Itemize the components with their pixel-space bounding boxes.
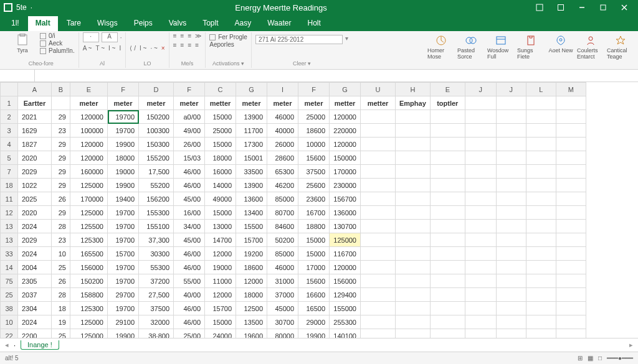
cell[interactable]: 46/00 [174, 247, 205, 261]
cell[interactable]: 80000 [267, 329, 298, 338]
cell[interactable] [396, 179, 431, 192]
cell[interactable] [526, 329, 556, 338]
cell[interactable]: 155200 [139, 151, 174, 165]
cell[interactable]: 19700 [108, 302, 139, 315]
cell[interactable]: 24000 [205, 329, 236, 338]
cell[interactable]: 29000 [298, 315, 330, 329]
cell[interactable]: 19900 [298, 329, 330, 338]
cell[interactable]: 19700 [108, 206, 139, 220]
cell[interactable] [496, 302, 526, 315]
align-1[interactable]: ≡ [181, 32, 184, 39]
header-cell[interactable]: meter [174, 96, 205, 110]
cell[interactable]: 85000 [267, 247, 298, 261]
cell[interactable]: 18600 [298, 124, 330, 138]
align-b2[interactable]: ≡ [188, 42, 191, 49]
cell[interactable] [526, 315, 556, 329]
cell[interactable]: 155100 [139, 220, 174, 233]
cell[interactable]: 46000 [267, 110, 298, 124]
cell[interactable]: 37000 [267, 288, 298, 302]
cell[interactable] [430, 220, 465, 233]
column-header[interactable]: F [108, 83, 139, 96]
cell[interactable] [496, 192, 526, 206]
cell[interactable] [396, 233, 431, 247]
cell[interactable]: 120000 [70, 138, 108, 151]
cell[interactable]: 125000 [70, 179, 108, 192]
cell[interactable] [556, 220, 586, 233]
font-opt-1[interactable]: T ~ [95, 45, 105, 52]
cell[interactable] [465, 151, 496, 165]
cell[interactable]: 30700 [267, 315, 298, 329]
cell[interactable] [496, 274, 526, 288]
cell[interactable]: 12000 [236, 274, 267, 288]
cell[interactable] [396, 288, 431, 302]
row-header[interactable]: 5 [1, 151, 18, 165]
cell[interactable]: 2200 [18, 329, 52, 338]
cell[interactable] [496, 247, 526, 261]
view-normal-icon[interactable]: ⊞ [578, 355, 583, 362]
cell[interactable] [526, 110, 556, 124]
fmt2-0[interactable]: ⟨ / [130, 45, 136, 52]
column-header[interactable]: E [430, 83, 465, 96]
cell[interactable]: 156200 [139, 192, 174, 206]
cell[interactable]: 158800 [70, 288, 108, 302]
cell[interactable] [556, 110, 586, 124]
cell[interactable] [430, 179, 465, 192]
cell[interactable] [526, 220, 556, 233]
reference-box[interactable]: 271 Ai 225·2012 [255, 35, 343, 44]
cell[interactable]: 23 [52, 233, 70, 247]
cell[interactable] [465, 192, 496, 206]
cell[interactable]: 15000 [298, 247, 330, 261]
cell[interactable]: 49000 [205, 192, 236, 206]
cell[interactable]: 125000 [70, 206, 108, 220]
window-minimize2-icon[interactable] [572, 0, 592, 15]
cell[interactable]: 37200 [139, 274, 174, 288]
cell[interactable]: 19 [52, 315, 70, 329]
cell[interactable] [430, 315, 465, 329]
cell[interactable]: 29 [52, 179, 70, 192]
cell[interactable] [526, 151, 556, 165]
cell[interactable] [361, 165, 396, 179]
cell[interactable] [396, 165, 431, 179]
cell[interactable] [361, 233, 396, 247]
align-b3[interactable]: ≡ [195, 42, 199, 49]
cell[interactable]: 30300 [139, 247, 174, 261]
rr-window[interactable]: Wosdow Full [487, 32, 515, 68]
cell[interactable]: 150300 [139, 138, 174, 151]
cell[interactable]: 10 [52, 247, 70, 261]
cell[interactable] [496, 315, 526, 329]
cell[interactable]: 37500 [298, 165, 330, 179]
column-header[interactable]: J [465, 83, 496, 96]
cell[interactable] [465, 261, 496, 274]
cell[interactable] [496, 220, 526, 233]
cell[interactable] [361, 274, 396, 288]
tab-8[interactable]: Waater [260, 16, 298, 31]
cut-item[interactable]: 0/i [40, 32, 75, 39]
cell[interactable] [526, 206, 556, 220]
column-header[interactable]: F [174, 83, 205, 96]
cell[interactable] [526, 165, 556, 179]
cell[interactable] [496, 261, 526, 274]
cell[interactable]: 2024 [18, 220, 52, 233]
cell[interactable] [556, 192, 586, 206]
spreadsheet-grid[interactable]: ABEFDFCGIFGUHEJJLM1Earttermetermetermete… [0, 82, 638, 338]
row-header[interactable]: 22 [1, 329, 18, 338]
cell[interactable] [361, 192, 396, 206]
cell[interactable]: 125000 [70, 329, 108, 338]
cell[interactable]: 2029 [18, 233, 52, 247]
cell[interactable]: 15000 [298, 233, 330, 247]
cell[interactable]: 18000 [108, 151, 139, 165]
sheet-nav-first-icon[interactable]: ◂ [5, 341, 9, 349]
cell[interactable] [465, 274, 496, 288]
cell[interactable]: 29 [52, 165, 70, 179]
row-header[interactable]: 1 [1, 96, 18, 110]
cell[interactable] [361, 315, 396, 329]
cell[interactable]: 100300 [139, 124, 174, 138]
cell[interactable] [526, 138, 556, 151]
cell[interactable]: 255300 [330, 315, 361, 329]
cell[interactable]: 25000 [205, 124, 236, 138]
cell[interactable]: 37500 [139, 302, 174, 315]
cell[interactable]: 136000 [330, 206, 361, 220]
cell[interactable]: 45/00 [174, 233, 205, 247]
cell[interactable]: 2021 [18, 110, 52, 124]
cell[interactable]: 2020 [18, 206, 52, 220]
